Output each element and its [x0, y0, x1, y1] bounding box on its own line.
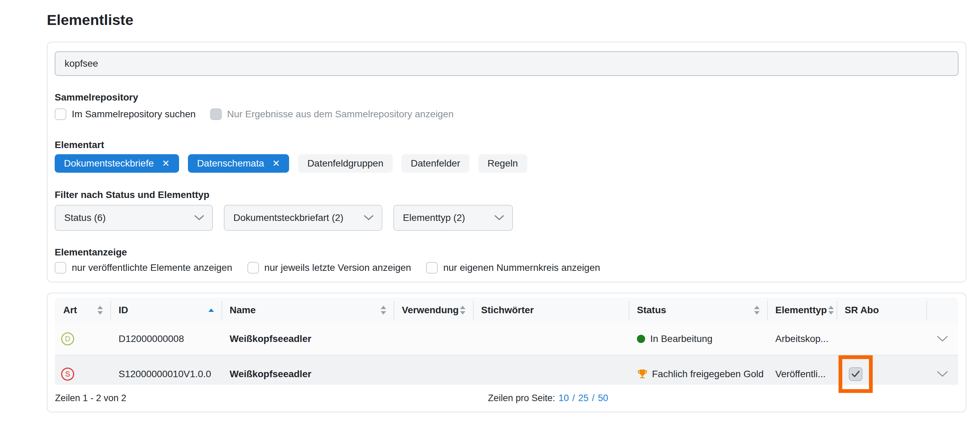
- status-label: In Bearbeitung: [650, 334, 713, 344]
- cell-verwendung: [394, 323, 473, 355]
- checkbox-icon[interactable]: [247, 262, 259, 273]
- checkbox-label: nur jeweils letzte Version anzeigen: [264, 262, 411, 273]
- status-dropdown[interactable]: Status (6): [55, 205, 213, 231]
- checkbox-eigener-nummernkreis[interactable]: nur eigenen Nummernkreis anzeigen: [426, 262, 600, 273]
- chip-label: Datenfeldgruppen: [307, 158, 383, 169]
- expand-row-button[interactable]: [937, 335, 948, 342]
- table-row: D D12000000008 Weißkopfseeadler In Bearb…: [55, 323, 958, 355]
- checkbox-icon[interactable]: [55, 262, 66, 273]
- rows-info: Zeilen 1 - 2 von 2: [55, 393, 126, 404]
- sort-icon: [828, 306, 834, 315]
- chip-label: Regeln: [488, 158, 518, 169]
- dropdown-value: Status (6): [64, 212, 106, 223]
- chevron-down-icon: [937, 371, 948, 377]
- remove-icon[interactable]: ✕: [272, 159, 280, 168]
- chip-datenschemata[interactable]: Datenschemata ✕: [188, 154, 290, 173]
- cell-id: D12000000008: [110, 323, 221, 355]
- column-header-name[interactable]: Name: [221, 297, 394, 323]
- checkbox-im-sammelrepository-suchen[interactable]: Im Sammelrepository suchen: [55, 109, 196, 120]
- expand-row-button[interactable]: [937, 371, 948, 377]
- chip-label: Datenfelder: [411, 158, 460, 169]
- chip-datenfeldgruppen[interactable]: Datenfeldgruppen: [298, 154, 393, 173]
- column-header-art[interactable]: Art: [55, 297, 110, 323]
- table-footer: Zeilen 1 - 2 von 2 Zeilen pro Seite: 10 …: [55, 385, 958, 411]
- chevron-down-icon: [495, 215, 504, 220]
- checkbox-nur-ergebnisse-sammelrepository: Nur Ergebnisse aus dem Sammelrepository …: [210, 109, 454, 120]
- column-header-stichwoerter: Stichwörter: [473, 297, 629, 323]
- column-header-sr-abo: SR Abo: [837, 297, 926, 323]
- status-in-bearbeitung-icon: [637, 335, 645, 343]
- filters-card: Sammelrepository Im Sammelrepository suc…: [47, 42, 966, 283]
- checkmark-icon: [851, 371, 860, 378]
- dokumentsteckbriefart-dropdown[interactable]: Dokumentsteckbriefart (2): [224, 205, 382, 231]
- sort-icon: [754, 306, 760, 315]
- filter-label: Filter nach Status und Elementtyp: [55, 189, 958, 201]
- elementart-label: Elementart: [55, 139, 958, 151]
- cell-name: Weißkopfseeadler: [221, 323, 394, 355]
- cell-status: In Bearbeitung: [629, 323, 767, 355]
- element-art-d-icon: D: [61, 332, 74, 345]
- chevron-down-icon: [194, 215, 204, 220]
- column-header-elementtyp[interactable]: Elementtyp: [767, 297, 837, 323]
- sort-asc-icon: [208, 308, 214, 312]
- elementanzeige-label: Elementanzeige: [55, 246, 958, 258]
- sort-icon: [460, 306, 465, 315]
- checkbox-label: Im Sammelrepository suchen: [72, 109, 196, 120]
- checkbox-icon-disabled: [210, 109, 222, 120]
- column-header-verwendung[interactable]: Verwendung: [394, 297, 473, 323]
- trophy-gold-icon: [637, 369, 648, 380]
- page-title: Elementliste: [47, 11, 966, 29]
- cell-stichwoerter: [473, 323, 629, 355]
- checkbox-icon[interactable]: [426, 262, 438, 273]
- chip-label: Dokumentsteckbriefe: [64, 158, 154, 169]
- table-header-row: Art ID Name Verwendung Stichwörter: [55, 297, 958, 323]
- elementtyp-dropdown[interactable]: Elementtyp (2): [393, 205, 513, 231]
- page-size-selector: Zeilen pro Seite: 10 / 25 / 50: [488, 393, 608, 404]
- results-table: Art ID Name Verwendung Stichwörter: [55, 297, 958, 411]
- column-header-actions: [926, 297, 958, 323]
- status-label: Fachlich freigegeben Gold: [652, 369, 764, 380]
- search-input[interactable]: [55, 51, 958, 76]
- checkbox-label: nur veröffentlichte Elemente anzeigen: [72, 262, 232, 273]
- chevron-down-icon: [364, 215, 374, 220]
- results-card: Art ID Name Verwendung Stichwörter: [47, 293, 966, 412]
- sort-icon: [97, 306, 103, 315]
- sr-abo-checkbox-checked: [849, 367, 862, 381]
- element-art-s-icon: S: [61, 367, 74, 381]
- chip-regeln[interactable]: Regeln: [478, 154, 527, 173]
- chip-datenfelder[interactable]: Datenfelder: [401, 154, 469, 173]
- remove-icon[interactable]: ✕: [162, 159, 170, 168]
- checkbox-icon[interactable]: [55, 109, 66, 120]
- chip-label: Datenschemata: [197, 158, 264, 169]
- page-size-50[interactable]: 50: [598, 393, 608, 404]
- dropdown-value: Elementtyp (2): [403, 212, 465, 223]
- checkbox-label: nur eigenen Nummernkreis anzeigen: [443, 262, 600, 273]
- column-header-status[interactable]: Status: [629, 297, 767, 323]
- chevron-down-icon: [937, 335, 948, 342]
- chip-dokumentsteckbriefe[interactable]: Dokumentsteckbriefe ✕: [55, 154, 179, 173]
- sort-icon: [381, 306, 386, 315]
- checkbox-nur-veroeffentlichte[interactable]: nur veröffentlichte Elemente anzeigen: [55, 262, 232, 273]
- table-row: S S12000000010V1.0.0 Weißkopfseeadler Fa…: [55, 355, 958, 385]
- cell-elementtyp: Arbeitskop...: [767, 323, 837, 355]
- cell-sr-abo: [837, 323, 926, 355]
- page-size-label: Zeilen pro Seite:: [488, 393, 555, 404]
- sammelrepository-label: Sammelrepository: [55, 92, 958, 103]
- page-size-10[interactable]: 10: [559, 393, 569, 404]
- dropdown-value: Dokumentsteckbriefart (2): [233, 212, 344, 223]
- checkbox-label: Nur Ergebnisse aus dem Sammelrepository …: [227, 109, 454, 120]
- column-header-id[interactable]: ID: [110, 297, 221, 323]
- checkbox-letzte-version[interactable]: nur jeweils letzte Version anzeigen: [247, 262, 411, 273]
- page-size-25[interactable]: 25: [578, 393, 589, 404]
- elementliste-page: Elementliste Sammelrepository Im Sammelr…: [47, 11, 966, 412]
